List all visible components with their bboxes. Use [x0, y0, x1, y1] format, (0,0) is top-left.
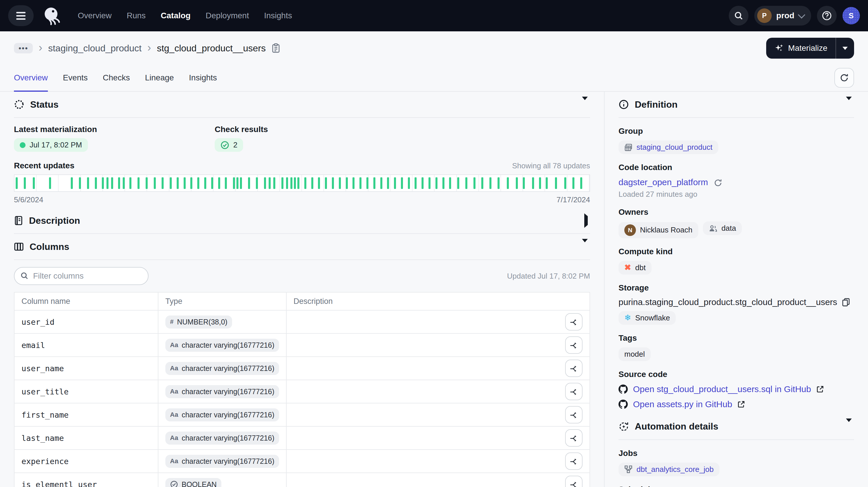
update-tick[interactable]	[465, 177, 467, 189]
update-tick[interactable]	[449, 177, 451, 189]
update-tick[interactable]	[555, 177, 557, 189]
update-tick[interactable]	[473, 177, 475, 189]
recent-updates-timeline[interactable]	[14, 175, 590, 192]
update-tick[interactable]	[318, 177, 320, 189]
dagster-logo-icon[interactable]	[42, 6, 62, 26]
update-tick[interactable]	[129, 177, 131, 189]
nav-item-overview[interactable]: Overview	[78, 11, 112, 20]
update-tick[interactable]	[225, 177, 227, 189]
open-assets-py-in-github-link[interactable]: Open assets.py in GitHub	[633, 399, 732, 409]
view-column-lineage-button[interactable]	[565, 476, 583, 487]
update-tick[interactable]	[481, 177, 483, 189]
update-tick[interactable]	[49, 177, 51, 189]
update-tick[interactable]	[360, 177, 362, 189]
view-column-lineage-button[interactable]	[565, 313, 583, 331]
update-tick[interactable]	[218, 177, 220, 189]
update-tick[interactable]	[269, 177, 271, 189]
job-tag[interactable]: dbt_analytics_core_job	[619, 463, 719, 476]
description-expand-caret[interactable]	[582, 214, 590, 227]
view-column-lineage-button[interactable]	[565, 429, 583, 447]
view-column-lineage-button[interactable]	[565, 383, 583, 400]
update-tick[interactable]	[523, 177, 525, 189]
columns-collapse-caret[interactable]	[580, 240, 590, 254]
check-results-badge[interactable]: 2	[215, 138, 243, 152]
storage-platform-tag[interactable]: ❄ Snowflake	[619, 311, 676, 325]
update-tick[interactable]	[237, 177, 239, 189]
copy-storage-path-icon[interactable]	[842, 298, 850, 306]
update-tick[interactable]	[233, 177, 235, 189]
update-tick[interactable]	[297, 177, 300, 189]
materialize-options-caret[interactable]	[836, 38, 854, 59]
automation-collapse-caret[interactable]	[844, 420, 854, 433]
update-tick[interactable]	[240, 177, 242, 189]
update-tick[interactable]	[184, 177, 186, 189]
update-tick[interactable]	[429, 177, 431, 189]
view-column-lineage-button[interactable]	[565, 360, 583, 377]
owner-user-tag[interactable]: NNicklaus Roach	[619, 222, 698, 238]
search-icon[interactable]	[729, 6, 748, 26]
update-tick[interactable]	[204, 177, 206, 189]
code-location-link[interactable]: dagster_open_platform	[619, 177, 708, 187]
update-tick[interactable]	[546, 177, 548, 189]
environment-switcher[interactable]: P prod	[754, 6, 811, 26]
update-tick[interactable]	[256, 177, 258, 189]
update-tick[interactable]	[366, 177, 368, 189]
update-tick[interactable]	[304, 177, 306, 189]
tab-insights[interactable]: Insights	[189, 65, 217, 92]
refresh-icon[interactable]	[834, 68, 854, 88]
tag-model[interactable]: model	[619, 347, 651, 361]
open-sql-in-github-link[interactable]: Open stg_cloud_product__users.sql in Git…	[633, 384, 811, 394]
view-column-lineage-button[interactable]	[565, 406, 583, 423]
reload-code-location-icon[interactable]	[714, 179, 722, 187]
update-tick[interactable]	[71, 177, 73, 189]
update-tick[interactable]	[401, 177, 403, 189]
view-column-lineage-button[interactable]	[565, 336, 583, 354]
update-tick[interactable]	[532, 177, 534, 189]
nav-item-insights[interactable]: Insights	[264, 11, 292, 20]
user-avatar[interactable]: S	[842, 7, 860, 24]
update-tick[interactable]	[248, 177, 250, 189]
update-tick[interactable]	[33, 177, 35, 189]
update-tick[interactable]	[346, 177, 348, 189]
tab-overview[interactable]: Overview	[14, 65, 48, 92]
filter-columns-input[interactable]	[14, 267, 149, 285]
update-tick[interactable]	[146, 177, 148, 189]
update-tick[interactable]	[489, 177, 491, 189]
update-tick[interactable]	[539, 177, 541, 189]
update-tick[interactable]	[373, 177, 375, 189]
update-tick[interactable]	[190, 177, 192, 189]
update-tick[interactable]	[197, 177, 199, 189]
update-tick[interactable]	[16, 177, 18, 189]
help-icon[interactable]	[817, 6, 837, 26]
update-tick[interactable]	[170, 177, 172, 189]
update-tick[interactable]	[286, 177, 288, 189]
update-tick[interactable]	[154, 177, 156, 189]
update-tick[interactable]	[422, 177, 424, 189]
update-tick[interactable]	[387, 177, 389, 189]
update-tick[interactable]	[516, 177, 518, 189]
nav-item-catalog[interactable]: Catalog	[161, 11, 191, 20]
copy-asset-name-icon[interactable]	[272, 43, 280, 53]
update-tick[interactable]	[211, 177, 213, 189]
status-collapse-caret[interactable]	[580, 98, 590, 112]
update-tick[interactable]	[79, 177, 81, 189]
update-tick[interactable]	[352, 177, 354, 189]
update-tick[interactable]	[580, 177, 582, 189]
compute-kind-tag[interactable]: ✖ dbt	[619, 261, 652, 275]
update-tick[interactable]	[457, 177, 459, 189]
owner-team-tag[interactable]: data	[703, 221, 742, 235]
update-tick[interactable]	[102, 177, 104, 189]
update-tick[interactable]	[273, 177, 275, 189]
nav-item-deployment[interactable]: Deployment	[206, 11, 249, 20]
update-tick[interactable]	[564, 177, 566, 189]
update-tick[interactable]	[95, 177, 97, 189]
update-tick[interactable]	[311, 177, 313, 189]
update-tick[interactable]	[162, 177, 164, 189]
update-tick[interactable]	[507, 177, 509, 189]
update-tick[interactable]	[281, 177, 283, 189]
update-tick[interactable]	[442, 177, 444, 189]
latest-materialization-badge[interactable]: Jul 17, 8:02 PM	[14, 138, 88, 152]
breadcrumb-group-link[interactable]: staging_cloud_product	[48, 43, 142, 54]
update-tick[interactable]	[408, 177, 410, 189]
update-tick[interactable]	[290, 177, 292, 189]
